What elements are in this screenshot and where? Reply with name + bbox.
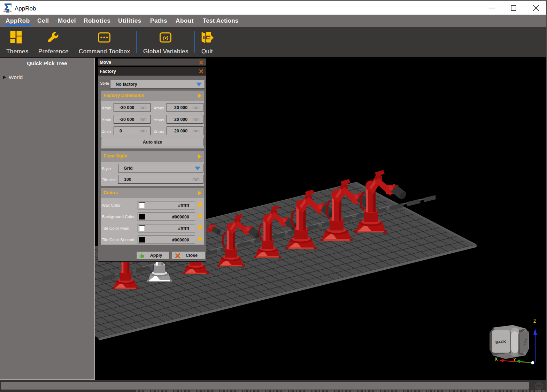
svg-text:BACK: BACK (495, 339, 507, 344)
svg-text:Y: Y (513, 357, 516, 362)
svg-text:STOP: STOP (536, 385, 542, 387)
svg-text:(x): (x) (163, 35, 168, 40)
svg-text:X: X (495, 357, 498, 362)
svg-text:Z: Z (533, 319, 536, 324)
